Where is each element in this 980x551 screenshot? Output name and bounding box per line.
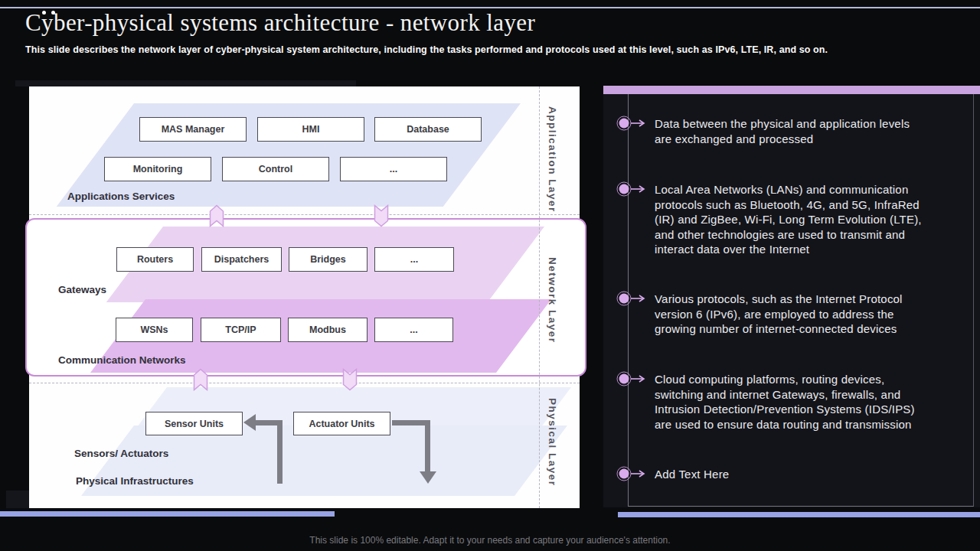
panel-shadow (15, 80, 356, 86)
net-box-tcpip: TCP/IP (201, 318, 281, 342)
bullet-item: Cloud computing platforms, routing devic… (655, 372, 929, 432)
net-box-more: ... (374, 318, 453, 342)
footer-note: This slide is 100% editable. Adapt it to… (0, 535, 980, 546)
arrow-infrastructure-to-sensor (277, 420, 283, 484)
net-box-more: ... (374, 247, 454, 272)
flow-connector-down-icon (374, 204, 389, 227)
physical-layer-label: Physical Layer (547, 386, 558, 497)
add-text-placeholder[interactable]: Add Text Here (655, 467, 929, 482)
flow-connector-up-icon (209, 204, 224, 227)
bullet-marker-icon (616, 370, 651, 387)
app-box-mas-manager: MAS Manager (139, 117, 247, 142)
arrowhead-down-icon (420, 471, 436, 484)
bullet-marker-icon (616, 465, 651, 482)
bottom-accent-bar-right (618, 512, 980, 517)
net-box-dispatchers: Dispatchers (201, 247, 282, 272)
flow-connector-up-icon (193, 368, 208, 391)
slide: Cyber-physical systems architecture - ne… (0, 0, 980, 551)
arrowhead-left-icon (243, 414, 256, 431)
app-box-control: Control (222, 157, 329, 181)
panel-shadow (6, 491, 29, 508)
application-services-caption: Applications Services (67, 191, 175, 202)
app-box-database: Database (374, 117, 482, 142)
arrow-infrastructure-to-sensor (255, 420, 283, 425)
label-column-separator (539, 86, 540, 508)
app-box-hmi: HMI (257, 117, 364, 142)
bullet-item: Data between the physical and applicatio… (655, 116, 929, 146)
network-layer-label: Network Layer (547, 246, 558, 354)
bullet-marker-icon (616, 290, 651, 307)
communication-networks-caption: Communication Networks (58, 354, 186, 366)
phys-box-sensor-units: Sensor Units (145, 412, 243, 435)
net-box-routers: Routers (116, 247, 194, 272)
top-divider (0, 7, 980, 8)
flow-connector-down-icon (342, 368, 358, 391)
page-title: Cyber-physical systems architecture - ne… (25, 9, 535, 37)
notes-panel-accent-bar (603, 86, 980, 94)
net-box-bridges: Bridges (289, 247, 368, 272)
sensors-actuators-caption: Sensors/ Actuators (74, 448, 168, 459)
application-layer-label: Application Layer (547, 102, 558, 217)
app-box-monitoring: Monitoring (104, 157, 211, 181)
arrow-actuator-down (425, 420, 430, 472)
layer-separator-dashed (29, 383, 580, 383)
bullet-marker-icon (616, 181, 651, 197)
net-box-modbus: Modbus (288, 318, 368, 342)
bullet-item: Various protocols, such as the Internet … (655, 292, 929, 337)
layer-separator-dashed (29, 214, 580, 215)
gateways-caption: Gateways (58, 284, 106, 295)
net-box-wsns: WSNs (116, 318, 193, 342)
bullet-item: Local Area Networks (LANs) and communica… (655, 182, 929, 257)
phys-box-actuator-units: Actuator Units (293, 412, 390, 435)
bottom-accent-bar-left (0, 511, 335, 517)
app-box-more: ... (340, 157, 447, 181)
bullet-marker-icon (616, 115, 651, 132)
slide-subtitle: This slide describes the network layer o… (25, 44, 828, 55)
physical-infrastructures-caption: Physical Infrastructures (76, 475, 194, 487)
